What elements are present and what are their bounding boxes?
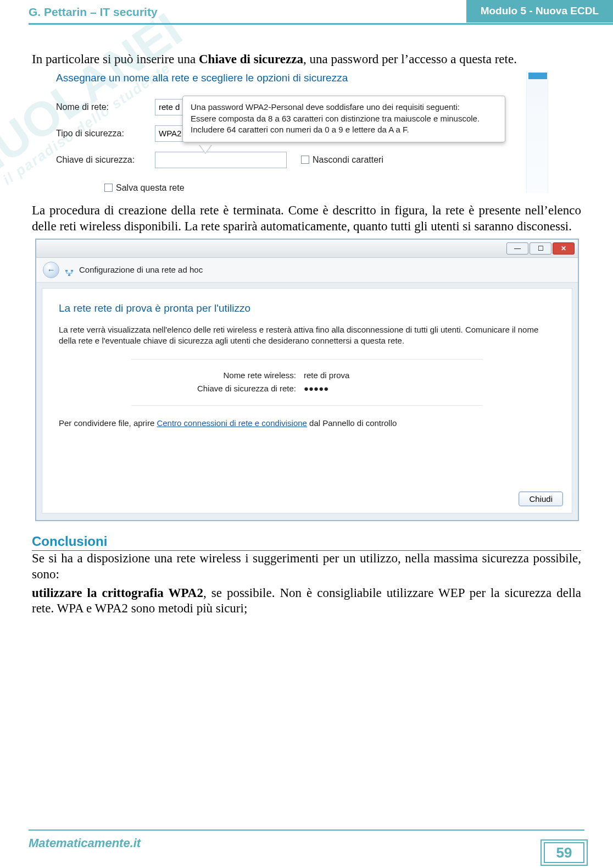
label-security-key: Chiave di sicurezza: (56, 154, 149, 165)
panel-title: Assegnare un nome alla rete e scegliere … (56, 71, 554, 84)
checkbox-hide-chars[interactable] (301, 156, 309, 164)
svg-rect-2 (68, 274, 70, 276)
label-security-type: Tipo di sicurezza: (56, 128, 149, 139)
window-close-button[interactable]: ✕ (553, 242, 575, 255)
title-stripe (528, 73, 547, 79)
nav-title: Configurazione di una rete ad hoc (79, 265, 203, 275)
tooltip-password-rules: Una password WPA2-Personal deve soddisfa… (182, 96, 505, 142)
page-footer: Matematicamente.it 59 (0, 830, 613, 868)
input-security-key[interactable] (155, 152, 287, 168)
header-author: G. Pettarin – IT security (29, 5, 158, 19)
svg-rect-0 (65, 270, 68, 272)
close-button[interactable]: Chiudi (519, 491, 563, 506)
paragraph-intro: In particolare si può inserire una Chiav… (32, 52, 581, 67)
scrollbar-decor (526, 71, 548, 193)
page-header: G. Pettarin – IT security Modulo 5 - Nuo… (0, 0, 613, 27)
screenshot-network-options: Assegnare un nome alla rete e scegliere … (56, 71, 554, 193)
conclusion-intro: Se si ha a disposizione una rete wireles… (32, 551, 581, 582)
network-summary-block: Nome rete wireless: rete di prova Chiave… (131, 359, 483, 406)
arrow-left-icon: ← (47, 265, 55, 275)
label-network-name: Nome di rete: (56, 102, 149, 113)
label-save-network: Salva questa rete (116, 183, 185, 193)
label-net-security-key: Chiave di sicurezza di rete: (131, 384, 296, 394)
header-rule (29, 23, 613, 25)
svg-rect-1 (71, 270, 73, 272)
page-number-box: 59 (540, 839, 588, 866)
back-button[interactable]: ← (43, 262, 59, 278)
footer-rule (29, 830, 584, 831)
window-title-bar: — ☐ ✕ (36, 240, 578, 258)
ready-heading: La rete rete di prova è pronta per l'uti… (59, 302, 555, 314)
heading-conclusioni: Conclusioni (32, 533, 581, 551)
window-nav-bar: ← Configurazione di una rete ad hoc (36, 258, 578, 283)
label-wireless-name: Nome rete wireless: (131, 371, 296, 380)
screenshot-adhoc-ready: — ☐ ✕ ← Configurazione di una rete ad ho… (35, 239, 579, 521)
header-module-tab: Modulo 5 - Nuova ECDL (466, 0, 613, 23)
checkbox-save-network[interactable] (104, 184, 113, 192)
conclusion-bullet-1: utilizzare la crittografia WPA2, se poss… (32, 585, 581, 617)
value-net-security-key: ●●●●● (304, 384, 483, 394)
paragraph-procedure-done: La procedura di creazione della rete è t… (32, 203, 581, 234)
share-files-line: Per condividere file, aprire Centro conn… (59, 418, 555, 429)
window-maximize-button[interactable]: ☐ (530, 242, 551, 255)
network-icon (65, 266, 74, 274)
tooltip-tail-icon (199, 145, 212, 154)
link-network-sharing-center[interactable]: Centro connessioni di rete e condivision… (157, 418, 307, 428)
value-wireless-name: rete di prova (304, 371, 483, 380)
footer-brand: Matematicamente.it (29, 836, 141, 850)
label-hide-chars: Nascondi caratteri (313, 154, 383, 165)
ready-description: La rete verrà visualizzata nell'elenco d… (59, 324, 555, 347)
page-number: 59 (544, 842, 584, 863)
window-minimize-button[interactable]: — (506, 242, 528, 255)
